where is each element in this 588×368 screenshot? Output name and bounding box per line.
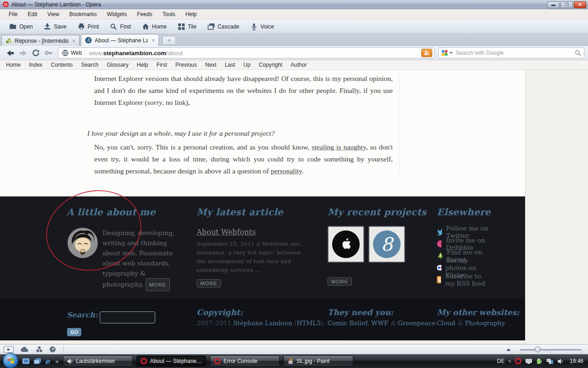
forward-button[interactable] (17, 47, 29, 58)
opera-link-button[interactable] (20, 346, 29, 352)
docnav-home[interactable]: Home (2, 62, 25, 68)
search-input[interactable] (456, 50, 575, 56)
display-tray-icon[interactable] (525, 358, 532, 364)
address-mode-label[interactable]: Web (71, 50, 82, 56)
language-indicator[interactable]: DE (497, 358, 505, 364)
internet-explorer-button[interactable]: e (45, 357, 50, 366)
start-button[interactable] (3, 353, 18, 368)
task-volume-mixer[interactable]: Lautstärkemixer (63, 356, 133, 367)
home-button[interactable]: Home (137, 22, 171, 32)
tab-close-icon[interactable]: × (151, 37, 156, 44)
task-opera-about[interactable]: About — Stéphane ... (136, 356, 206, 367)
back-button[interactable] (4, 47, 17, 58)
speaker-tray-icon[interactable] (557, 358, 563, 364)
docnav-contents[interactable]: Contents (46, 62, 77, 68)
magnifier-icon[interactable] (575, 50, 581, 56)
comic-relief-link[interactable]: Comic Relief (328, 319, 368, 327)
personality-link[interactable]: personality (271, 167, 302, 175)
tab-reponse[interactable]: Réponse - [Intermédiai... × (1, 35, 79, 46)
menu-file[interactable]: File (4, 11, 23, 17)
page-content: Internet Explorer versions that should a… (0, 70, 588, 344)
opera-icon (141, 358, 147, 364)
web-search-field[interactable] (438, 47, 584, 58)
project-apple-thumbnail[interactable] (328, 226, 364, 263)
article-link[interactable]: About Webfonts (197, 228, 256, 236)
menu-feeds[interactable]: Feeds (132, 11, 157, 17)
windows-taskbar: e » Lautstärkemixer About — Stéphane ...… (0, 354, 588, 368)
site-search-input[interactable] (100, 311, 155, 323)
opera-turbo-button[interactable] (49, 346, 56, 353)
menu-bookmarks[interactable]: Bookmarks (64, 11, 102, 17)
minimize-button[interactable]: ▬ (547, 1, 560, 8)
docnav-index[interactable]: Index (25, 62, 46, 68)
docnav-last[interactable]: Last (220, 62, 239, 68)
opera-tray-icon[interactable] (515, 358, 521, 364)
save-button[interactable]: Save (39, 22, 71, 32)
network-tray-icon[interactable] (546, 358, 554, 364)
task-paint[interactable]: SL.jpg - Paint (283, 356, 353, 367)
docnav-up[interactable]: Up (239, 62, 254, 68)
wand-button[interactable] (42, 47, 55, 58)
stealing-link[interactable]: stealing is naughty (312, 143, 366, 151)
zoom-presets-button[interactable] (503, 346, 514, 353)
docnav-copyright[interactable]: Copyright (254, 62, 286, 68)
menu-tools[interactable]: Tools (158, 11, 181, 17)
docnav-help[interactable]: Help (133, 62, 153, 68)
greenpeace-link[interactable]: Greenpeace (398, 319, 435, 327)
docnav-next[interactable]: Next (201, 62, 220, 68)
search-engine-dropdown-icon[interactable] (449, 52, 453, 54)
docnav-author[interactable]: Author (287, 62, 311, 68)
project-logo-thumbnail[interactable]: 8 (368, 226, 405, 263)
projects-more-button[interactable]: MORE (328, 277, 352, 286)
tray-expand-icon[interactable]: < (509, 358, 511, 364)
panels-toggle-button[interactable]: ▶ (4, 346, 14, 353)
photography-link[interactable]: Photography (465, 319, 504, 327)
menu-help[interactable]: Help (181, 11, 202, 17)
about-more-button[interactable]: MORE (146, 278, 170, 291)
windows-flag-icon (6, 356, 15, 365)
subfooter-copyright-column: Copyright: 2007–2011 Stéphane Lambion (H… (197, 308, 325, 327)
find-button[interactable]: Find (105, 22, 135, 32)
save-icon (44, 23, 51, 30)
menu-view[interactable]: View (42, 11, 64, 17)
task-error-console[interactable]: Error Console (210, 356, 280, 367)
tile-button[interactable]: Tile (173, 22, 201, 32)
opera-icon (214, 358, 220, 364)
open-button[interactable]: Open (5, 22, 37, 32)
cascade-button[interactable]: Cascade (203, 22, 244, 32)
window-switcher-icon (34, 358, 41, 364)
opera-unite-button[interactable] (36, 346, 43, 353)
go-button[interactable]: GO (67, 328, 81, 336)
power-tray-icon[interactable] (536, 358, 543, 364)
rss-feed-button[interactable] (421, 49, 432, 57)
url-field[interactable]: Web www.stephanelambion.com/about (58, 47, 435, 58)
html5-link[interactable]: HTML5 (297, 319, 321, 327)
menu-edit[interactable]: Edit (23, 11, 42, 17)
clock[interactable]: 19:46 (570, 358, 583, 364)
zoom-slider[interactable] (520, 346, 582, 353)
latest-more-button[interactable]: MORE (197, 279, 221, 288)
docnav-glossary[interactable]: Glossary (102, 62, 132, 68)
docnav-search[interactable]: Search (77, 62, 102, 68)
close-button[interactable]: ✕ (574, 1, 586, 8)
tab-about[interactable]: 8 About — Stéphane La... × (81, 34, 159, 46)
menu-widgets[interactable]: Widgets (102, 11, 132, 17)
slider-thumb[interactable] (535, 346, 541, 352)
window-title: About — Stéphane Lambion - Opera (11, 1, 101, 8)
slider-track[interactable] (520, 349, 582, 351)
maximize-button[interactable]: ❐ (560, 1, 573, 8)
print-button[interactable]: Print (73, 22, 104, 32)
show-desktop-button[interactable] (22, 358, 30, 364)
switch-windows-button[interactable] (34, 358, 41, 364)
cloud-link[interactable]: Cloud (437, 319, 455, 327)
docnav-previous[interactable]: Previous (171, 62, 201, 68)
chevron-icon[interactable]: » (55, 358, 58, 365)
reload-button[interactable] (29, 47, 42, 58)
author-link[interactable]: Stéphane Lambion (233, 319, 293, 327)
wwf-link[interactable]: WWF (371, 319, 388, 327)
voice-button[interactable]: Voice (246, 22, 278, 32)
rss-feed-link[interactable]: Suscribe to my RSS feed (437, 274, 491, 286)
new-tab-button[interactable]: + (162, 36, 176, 45)
docnav-first[interactable]: First (152, 62, 171, 68)
tab-close-icon[interactable]: × (71, 38, 76, 44)
